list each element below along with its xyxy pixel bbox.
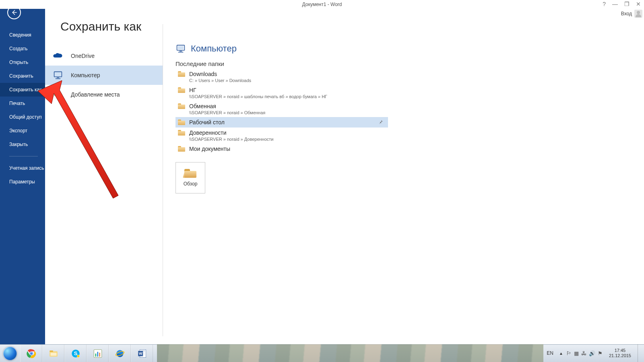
task-ie[interactable] [109, 345, 131, 362]
page-title: Сохранить как [60, 20, 163, 33]
recent-folder[interactable]: Доверенности \\SOAPSERVER » noraid » Дов… [175, 128, 388, 144]
svg-rect-24 [97, 352, 98, 356]
folder-icon [178, 146, 185, 152]
recent-folder-path: C: » Users » User » Downloads [189, 78, 251, 83]
help-icon[interactable]: ? [601, 1, 607, 7]
nav-export[interactable]: Экспорт [0, 124, 45, 138]
tray-language[interactable]: EN [544, 350, 556, 356]
svg-rect-17 [50, 350, 53, 352]
panel-heading: Компьютер [191, 43, 237, 54]
task-skype[interactable]: S [64, 345, 87, 362]
recent-folder-name: Мои документы [189, 145, 230, 152]
minimize-icon[interactable]: — [611, 1, 619, 7]
recent-folder[interactable]: Рабочий стол [175, 117, 388, 128]
location-computer[interactable]: Компьютер [45, 66, 163, 85]
signin-link[interactable]: Вход [621, 11, 632, 16]
recent-folder-name: Доверенности [189, 129, 273, 136]
tray-icons[interactable]: 🏳 ▦ 🖧 🔊 ⚑ [566, 350, 603, 356]
location-add-place-label: Добавление места [71, 91, 120, 98]
svg-rect-23 [95, 354, 96, 357]
nav-account[interactable]: Учетная запись [0, 161, 45, 175]
location-onedrive-label: OneDrive [71, 53, 95, 59]
folder-icon [178, 71, 185, 77]
power-icon[interactable]: ⚑ [598, 350, 603, 356]
user-avatar-icon[interactable] [634, 10, 642, 18]
svg-rect-4 [56, 78, 61, 79]
nav-new[interactable]: Создать [0, 42, 45, 56]
tray-clock[interactable]: 17:45 21.12.2015 [606, 348, 634, 358]
nav-open[interactable]: Открыть [0, 56, 45, 69]
tray-date: 21.12.2015 [609, 353, 631, 358]
taskbar-preview-strip [157, 344, 543, 362]
location-onedrive[interactable]: OneDrive [45, 46, 163, 66]
computer-icon [53, 71, 63, 80]
word-icon: W [137, 348, 147, 359]
chart-app-icon [93, 348, 103, 359]
svg-rect-9 [180, 51, 182, 52]
svg-rect-8 [178, 46, 184, 49]
start-button[interactable] [0, 345, 20, 362]
svg-rect-3 [57, 78, 59, 78]
folder-icon [178, 119, 185, 125]
recent-folder-path: \\SOAPSERVER » noraid » шаблоны печать в… [189, 94, 327, 99]
svg-rect-25 [99, 352, 100, 356]
recent-folder[interactable]: НГ \\SOAPSERVER » noraid » шаблоны печат… [175, 85, 388, 101]
backstage-sidebar: Сведения Создать Открыть Сохранить Сохра… [0, 0, 45, 344]
nav-print[interactable]: Печать [0, 97, 45, 110]
nav-share[interactable]: Общий доступ [0, 110, 45, 124]
restore-icon[interactable]: ❐ [623, 1, 631, 7]
recent-folder-path: \\SOAPSERVER » noraid » Обменная [189, 110, 265, 115]
nav-save-as[interactable]: Сохранить как [0, 83, 45, 97]
svg-point-21 [77, 355, 80, 358]
chrome-icon [26, 348, 37, 359]
plus-icon [54, 90, 62, 99]
folder-icon [178, 103, 185, 109]
skype-icon: S [70, 348, 81, 359]
task-app[interactable] [87, 345, 109, 362]
onedrive-icon [52, 52, 64, 60]
window-title: Документ1 - Word [0, 2, 644, 7]
flag-icon[interactable]: 🏳 [566, 350, 572, 356]
location-add-place[interactable]: Добавление места [45, 85, 163, 104]
folder-icon [178, 130, 185, 136]
recent-folder[interactable]: Мои документы [175, 144, 388, 154]
svg-rect-10 [178, 52, 184, 53]
folder-icon [178, 87, 185, 93]
arrow-left-icon [10, 9, 18, 16]
recent-folder-name: Downloads [189, 70, 251, 78]
svg-rect-2 [55, 73, 61, 76]
recent-header: Последние папки [175, 60, 644, 67]
browse-button[interactable]: Обзор [175, 162, 205, 193]
taskbar: S W EN ▲ 🏳 ▦ 🖧 🔊 ⚑ 17:45 21.12.2015 [0, 344, 644, 362]
task-word[interactable]: W [131, 345, 153, 362]
pin-icon[interactable] [378, 119, 383, 125]
nav-save[interactable]: Сохранить [0, 69, 45, 83]
svg-rect-6 [54, 93, 62, 96]
nav-separator [9, 156, 38, 156]
recent-folder[interactable]: Downloads C: » Users » User » Downloads [175, 69, 388, 85]
tray-time: 17:45 [615, 348, 626, 353]
show-desktop-button[interactable] [638, 344, 642, 362]
browse-button-label: Обзор [184, 181, 198, 187]
recent-folder-name: НГ [189, 86, 327, 94]
computer-icon [175, 44, 186, 53]
folder-open-icon [184, 169, 196, 178]
recent-folder[interactable]: Обменная \\SOAPSERVER » noraid » Обменна… [175, 101, 388, 117]
location-computer-label: Компьютер [71, 72, 100, 78]
network-icon[interactable]: 🖧 [581, 350, 586, 356]
svg-rect-18 [50, 352, 56, 356]
nav-info[interactable]: Сведения [0, 28, 45, 42]
nav-options[interactable]: Параметры [0, 175, 45, 189]
ie-icon [115, 348, 125, 359]
close-icon[interactable]: ✕ [634, 1, 642, 7]
file-explorer-icon [48, 348, 59, 359]
task-explorer[interactable] [42, 345, 64, 362]
tray-overflow-icon[interactable]: ▲ [559, 351, 563, 356]
task-chrome[interactable] [20, 345, 42, 362]
tiles-icon[interactable]: ▦ [574, 350, 579, 356]
recent-folder-path: \\SOAPSERVER » noraid » Доверенности [189, 136, 273, 142]
nav-close[interactable]: Закрыть [0, 138, 45, 151]
recent-folder-name: Обменная [189, 103, 265, 110]
recent-folder-name: Рабочий стол [189, 119, 225, 126]
volume-icon[interactable]: 🔊 [589, 350, 595, 356]
